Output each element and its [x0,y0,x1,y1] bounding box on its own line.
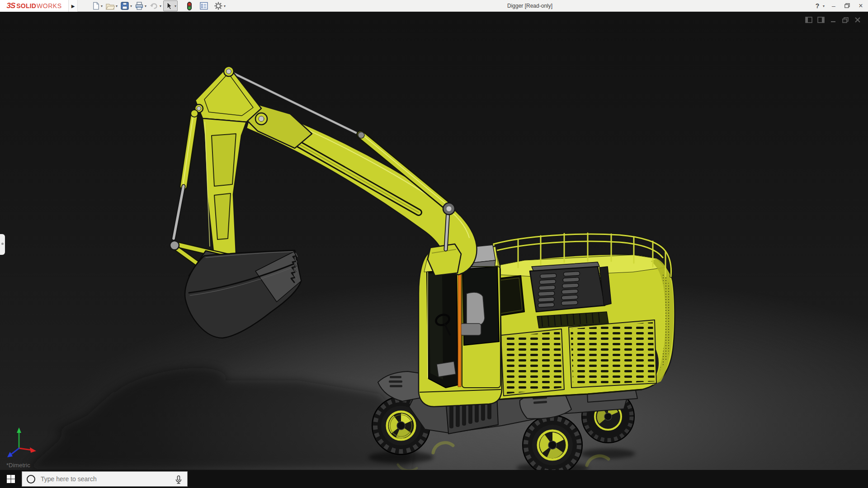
cab-stripe [458,270,461,387]
dropdown-caret[interactable]: ▾ [116,4,118,8]
restore-icon [844,3,850,8]
title-bar: 3S SOLID WORKS ▶ ▾ ▾ ▾ [0,0,868,12]
help-button[interactable]: ? [813,2,822,9]
digger-model-scene [0,12,868,470]
gear-icon [214,1,223,10]
save-button[interactable]: ▾ [119,0,133,11]
dropdown-caret[interactable]: ▾ [160,4,161,8]
windows-taskbar [0,470,868,488]
quick-access-toolbar: ▾ ▾ ▾ ▾ [90,0,227,12]
document-window-controls [805,16,862,23]
restore-button[interactable] [843,2,852,9]
windows-logo-icon [6,474,15,483]
traffic-light-icon [186,1,193,11]
solidworks-logo: 3S SOLID WORKS [0,0,69,12]
select-tool-button[interactable]: ▾ [163,0,178,11]
window-controls: ? ▾ – × [813,0,865,12]
dropdown-caret[interactable]: ▾ [130,4,132,8]
search-input[interactable] [41,475,154,483]
undo-button[interactable]: ▾ [148,0,162,11]
new-document-icon [91,1,100,10]
taskbar-search[interactable] [22,471,188,487]
document-title: Digger [Read-only] [507,3,552,9]
printer-icon [135,1,144,10]
undo-arrow-icon [149,1,159,10]
wheel-front-right [523,415,582,470]
list-icon [199,1,208,10]
dropdown-caret[interactable]: ▾ [175,4,176,8]
pane-right-button[interactable] [817,16,825,23]
help-caret[interactable]: ▾ [823,4,825,8]
dropdown-caret[interactable]: ▾ [101,4,103,8]
brand-light: WORKS [37,2,61,9]
panel-splitter-tab[interactable] [0,234,5,255]
graphics-viewport[interactable]: *Dimetric [0,12,868,470]
child-restore-button[interactable] [841,16,849,23]
cortana-icon [27,475,35,483]
minimize-button[interactable]: – [829,2,838,9]
dropdown-caret[interactable]: ▾ [145,4,146,8]
open-button[interactable]: ▾ [104,0,118,11]
toolbar-flyout-arrow[interactable]: ▶ [69,0,78,12]
brand-mark: 3S [7,1,15,10]
settings-button[interactable]: ▾ [213,0,226,11]
start-button[interactable] [5,474,17,484]
options-list-button[interactable] [198,0,209,11]
performance-light-button[interactable] [185,0,194,11]
seat [467,292,485,327]
view-orientation-label: *Dimetric [6,462,30,469]
child-close-button[interactable] [854,16,862,23]
open-folder-icon [105,1,115,10]
child-minimize-button[interactable] [829,16,837,23]
dropdown-caret[interactable]: ▾ [224,4,226,8]
select-cursor-icon [165,1,174,10]
brand-bold: SOLID [16,2,36,9]
microphone-icon[interactable] [175,475,183,486]
close-button[interactable]: × [856,2,865,10]
new-document-button[interactable]: ▾ [90,0,104,11]
save-floppy-icon [120,1,129,10]
print-button[interactable]: ▾ [134,0,147,11]
pane-left-button[interactable] [805,16,813,23]
